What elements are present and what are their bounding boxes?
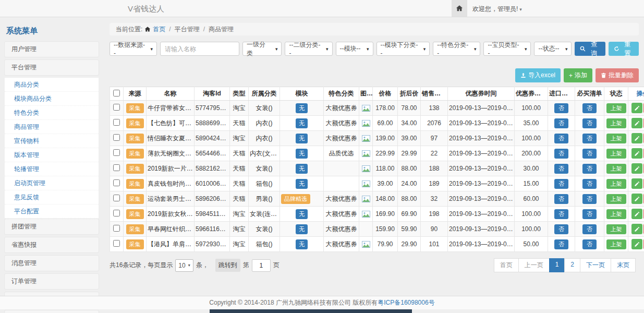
status-badge[interactable]: 上架: [606, 179, 626, 189]
sidebar-item[interactable]: 省惠快报: [4, 237, 99, 253]
sidebar-item[interactable]: 平台管理: [4, 59, 99, 76]
row-checkbox[interactable]: [113, 240, 120, 247]
row-checkbox[interactable]: [113, 134, 120, 141]
status-badge[interactable]: 上架: [606, 194, 626, 204]
must-buy-toggle[interactable]: 否: [582, 149, 597, 159]
jump-button[interactable]: 跳转到: [215, 259, 240, 272]
select-all-checkbox[interactable]: [113, 90, 120, 97]
row-checkbox[interactable]: [113, 210, 120, 216]
row-checkbox[interactable]: [113, 104, 120, 111]
sidebar-item[interactable]: 消息管理: [4, 255, 99, 271]
jump-page-input[interactable]: [252, 259, 271, 272]
row-checkbox[interactable]: [113, 179, 120, 186]
must-buy-toggle[interactable]: 否: [582, 224, 597, 234]
icon-cell: [359, 237, 373, 252]
status-badge[interactable]: 上架: [606, 103, 626, 113]
filter-select[interactable]: --模块下分类-- ▾: [376, 42, 430, 56]
edit-button[interactable]: [631, 148, 642, 159]
edit-button[interactable]: [631, 133, 642, 143]
must-buy-toggle[interactable]: 否: [582, 209, 597, 219]
edit-button[interactable]: [631, 103, 642, 113]
row-checkbox[interactable]: [113, 195, 120, 201]
must-buy-toggle[interactable]: 否: [582, 179, 597, 189]
home-button[interactable]: [452, 0, 467, 17]
filter-select[interactable]: --宝贝类型-- ▾: [483, 42, 531, 56]
must-buy-toggle[interactable]: 否: [582, 239, 597, 249]
batch-delete-button[interactable]: 批量删除: [596, 68, 639, 82]
sidebar-item[interactable]: 模块商品分类: [5, 92, 99, 106]
import-select-toggle[interactable]: 否: [554, 134, 568, 143]
status-badge[interactable]: 上架: [606, 164, 626, 174]
import-select-toggle[interactable]: 否: [554, 149, 568, 159]
filter-select[interactable]: --二级分类-- ▾: [285, 42, 332, 56]
sidebar-item[interactable]: 商品管理: [5, 120, 99, 134]
sidebar-item[interactable]: 平台配置: [5, 204, 99, 219]
import-select-toggle[interactable]: 否: [554, 239, 568, 249]
operations-cell: [628, 116, 644, 131]
name-search-input[interactable]: [160, 42, 239, 56]
edit-button[interactable]: [631, 178, 642, 189]
source-badge: 采集: [126, 118, 144, 128]
import-select-toggle[interactable]: 否: [554, 194, 568, 204]
must-buy-toggle[interactable]: 否: [582, 118, 597, 128]
add-button[interactable]: + 添加: [564, 68, 592, 82]
status-badge[interactable]: 上架: [606, 239, 626, 249]
status-badge[interactable]: 上架: [606, 118, 626, 128]
row-checkbox[interactable]: [113, 119, 120, 126]
import-select-toggle[interactable]: 否: [554, 164, 568, 174]
filter-select[interactable]: --特色分类-- ▾: [433, 42, 480, 56]
page-button[interactable]: 1: [549, 258, 565, 272]
sidebar-item[interactable]: 用户管理: [4, 41, 99, 57]
page-button[interactable]: 2: [564, 258, 580, 272]
filter-select[interactable]: --状态-- ▾: [534, 42, 572, 56]
filter-select[interactable]: 一级分类 ▾: [242, 42, 282, 56]
search-button[interactable]: 查询: [575, 42, 605, 56]
page-button[interactable]: 首页: [494, 258, 519, 272]
import-select-toggle[interactable]: 否: [554, 224, 568, 234]
sidebar-item[interactable]: 订单管理: [4, 273, 99, 290]
sidebar-item[interactable]: 统计管理: [4, 310, 99, 313]
status-badge[interactable]: 上架: [606, 149, 626, 159]
edit-button[interactable]: [631, 224, 642, 234]
sidebar-item[interactable]: 特色分类: [5, 106, 99, 120]
per-page-select[interactable]: 10 ▾: [175, 259, 193, 272]
edit-button[interactable]: [631, 194, 642, 204]
import-select-toggle[interactable]: 否: [554, 209, 568, 219]
filter-select[interactable]: --模块-- ▾: [336, 42, 373, 56]
page-button[interactable]: 下一页: [580, 258, 611, 272]
sidebar-item[interactable]: 轮播管理: [5, 162, 99, 176]
must-buy-toggle[interactable]: 否: [582, 194, 597, 204]
edit-button[interactable]: [631, 239, 642, 249]
sidebar-item[interactable]: 意见反馈: [5, 190, 99, 204]
sidebar-item[interactable]: 版本管理: [5, 148, 99, 162]
must-buy-toggle[interactable]: 否: [582, 103, 597, 113]
status-badge[interactable]: 上架: [606, 224, 626, 234]
page-button[interactable]: 末页: [611, 258, 636, 272]
must-buy-toggle[interactable]: 否: [582, 134, 597, 143]
status-badge[interactable]: 上架: [606, 134, 626, 143]
edit-button[interactable]: [631, 163, 642, 174]
must-buy-toggle[interactable]: 否: [582, 164, 597, 174]
edit-button[interactable]: [631, 118, 642, 128]
row-checkbox[interactable]: [113, 164, 120, 171]
sales-count: 188: [421, 161, 448, 176]
edit-button[interactable]: [631, 209, 642, 219]
page-button[interactable]: 上一页: [518, 258, 550, 272]
icp-link[interactable]: 粤ICP备16098006号: [378, 298, 434, 307]
user-menu[interactable]: 欢迎您，管理员!▾: [472, 5, 522, 14]
module-badge: 无: [296, 118, 308, 128]
breadcrumb-home-link[interactable]: 首页: [153, 23, 165, 35]
row-checkbox[interactable]: [113, 225, 120, 232]
reset-button[interactable]: 重置: [609, 42, 639, 56]
row-checkbox[interactable]: [113, 149, 120, 156]
sidebar-item[interactable]: 拼团管理: [4, 219, 99, 235]
import-select-toggle[interactable]: 否: [554, 118, 568, 128]
filter-select[interactable]: --数据来源-- ▾: [110, 42, 157, 56]
import-excel-button[interactable]: 导入excel: [515, 68, 561, 82]
sidebar-item[interactable]: 启动页管理: [5, 176, 99, 190]
import-select-toggle[interactable]: 否: [554, 103, 568, 113]
import-select-toggle[interactable]: 否: [554, 179, 568, 189]
sidebar-item[interactable]: 商品分类: [5, 78, 99, 92]
sidebar-item[interactable]: 宣传物料: [5, 134, 99, 148]
status-badge[interactable]: 上架: [606, 209, 626, 219]
